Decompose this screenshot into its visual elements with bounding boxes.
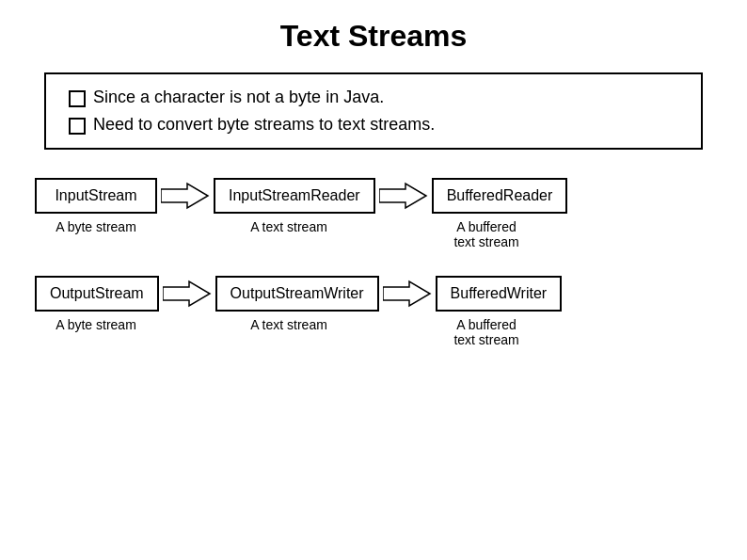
top-boxes-row: InputStream InputStreamReader BufferedRe…: [35, 178, 712, 214]
bottom-caption-2: A bufferedtext stream: [421, 317, 552, 347]
outputstreamwriter-box: OutputStreamWriter: [215, 276, 379, 312]
bottom-caption-1: A text stream: [214, 317, 364, 332]
bottom-caption-0: A byte stream: [35, 317, 157, 332]
info-text-2: Need to convert byte streams to text str…: [93, 115, 435, 135]
top-diagram-row: InputStream InputStreamReader BufferedRe…: [35, 178, 712, 249]
bufferedwriter-box: BufferedWriter: [436, 276, 563, 312]
arrow-3: [163, 280, 212, 308]
top-caption-2: A bufferedtext stream: [421, 219, 552, 249]
top-caption-0: A byte stream: [35, 219, 157, 234]
bottom-diagram-row: OutputStream OutputStreamWriter Buffered…: [35, 276, 712, 347]
top-caption-1: A text stream: [214, 219, 364, 234]
outputstream-box: OutputStream: [35, 276, 159, 312]
arrow-2: [379, 182, 428, 210]
arrow-1: [161, 182, 210, 210]
svg-marker-2: [163, 281, 210, 306]
bufferedreader-box: BufferedReader: [432, 178, 568, 214]
svg-marker-3: [383, 281, 430, 306]
svg-marker-1: [379, 184, 426, 208]
info-line-2: Need to convert byte streams to text str…: [69, 115, 678, 135]
info-line-1: Since a character is not a byte in Java.: [69, 88, 678, 107]
info-text-1: Since a character is not a byte in Java.: [93, 88, 384, 107]
top-labels-row: A byte stream A text stream A bufferedte…: [35, 219, 712, 249]
checkbox-icon-2: [69, 118, 86, 135]
bottom-boxes-row: OutputStream OutputStreamWriter Buffered…: [35, 276, 712, 312]
inputstreamreader-box: InputStreamReader: [214, 178, 375, 214]
checkbox-icon-1: [69, 90, 86, 107]
info-box: Since a character is not a byte in Java.…: [44, 72, 703, 150]
bottom-labels-row: A byte stream A text stream A bufferedte…: [35, 317, 712, 347]
diagram-section: InputStream InputStreamReader BufferedRe…: [35, 178, 712, 347]
arrow-4: [383, 280, 432, 308]
page-title: Text Streams: [280, 19, 468, 54]
svg-marker-0: [161, 184, 208, 208]
inputstream-box: InputStream: [35, 178, 157, 214]
